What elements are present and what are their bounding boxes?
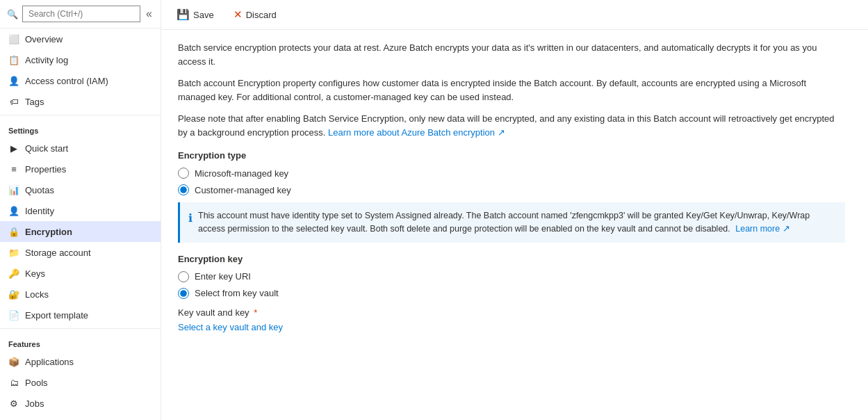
save-button[interactable]: 💾 Save bbox=[172, 6, 218, 24]
required-star: * bbox=[254, 307, 257, 318]
content-area: Batch service encryption protects your d… bbox=[161, 30, 868, 420]
sidebar-item-tags[interactable]: 🏷 Tags bbox=[0, 91, 161, 112]
enter-key-uri-option[interactable]: Enter key URI bbox=[178, 271, 851, 282]
sidebar-item-encryption[interactable]: 🔒 Encryption bbox=[0, 221, 161, 242]
sidebar-item-label: Export template bbox=[25, 310, 88, 321]
encryption-type-radio-group: Microsoft-managed key Customer-managed k… bbox=[178, 168, 851, 195]
enter-key-uri-radio[interactable] bbox=[178, 271, 189, 282]
sidebar-item-activity-log[interactable]: 📋 Activity log bbox=[0, 49, 161, 70]
sidebar-item-identity[interactable]: 👤 Identity bbox=[0, 200, 161, 221]
customer-managed-key-radio[interactable] bbox=[178, 184, 189, 195]
storage-account-icon: 📁 bbox=[8, 247, 19, 258]
sidebar-item-label: Pools bbox=[25, 378, 48, 388]
sidebar-item-label: Keys bbox=[25, 268, 45, 279]
select-key-vault-link[interactable]: Select a key vault and key bbox=[178, 322, 283, 332]
sidebar-item-label: Overview bbox=[25, 34, 63, 45]
microsoft-managed-key-option[interactable]: Microsoft-managed key bbox=[178, 168, 851, 179]
select-from-key-vault-radio[interactable] bbox=[178, 288, 189, 299]
sidebar-item-label: Activity log bbox=[25, 55, 68, 65]
sidebar-item-quotas[interactable]: 📊 Quotas bbox=[0, 179, 161, 200]
sidebar-item-overview[interactable]: ⬜ Overview bbox=[0, 29, 161, 49]
activity-log-icon: 📋 bbox=[8, 54, 19, 65]
encryption-key-radio-group: Enter key URI Select from key vault bbox=[178, 271, 851, 299]
quick-start-icon: ▶ bbox=[8, 143, 19, 154]
sidebar-item-access-control[interactable]: 👤 Access control (IAM) bbox=[0, 70, 161, 91]
toolbar: 💾 Save ✕ Discard bbox=[161, 0, 868, 30]
description-3: Please note that after enabling Batch Se… bbox=[178, 112, 845, 139]
search-bar: 🔍 « bbox=[0, 0, 161, 29]
locks-icon: 🔐 bbox=[8, 289, 19, 300]
sidebar-item-storage-account[interactable]: 📁 Storage account bbox=[0, 242, 161, 263]
tags-icon: 🏷 bbox=[8, 96, 19, 107]
enter-key-uri-label: Enter key URI bbox=[195, 271, 251, 282]
discard-button[interactable]: ✕ Discard bbox=[229, 6, 281, 24]
microsoft-managed-key-radio[interactable] bbox=[178, 168, 189, 179]
encryption-key-section-title: Encryption key bbox=[178, 254, 851, 264]
jobs-icon: ⚙ bbox=[8, 398, 19, 409]
identity-icon: 👤 bbox=[8, 205, 19, 216]
customer-managed-key-label: Customer-managed key bbox=[195, 185, 291, 195]
sidebar-item-label: Tags bbox=[25, 97, 44, 107]
search-input[interactable] bbox=[22, 6, 140, 22]
sidebar: 🔍 « ⬜ Overview 📋 Activity log 👤 Access c… bbox=[0, 0, 161, 420]
sidebar-item-locks[interactable]: 🔐 Locks bbox=[0, 284, 161, 305]
sidebar-nav: ⬜ Overview 📋 Activity log 👤 Access contr… bbox=[0, 29, 161, 420]
learn-more-link-1[interactable]: Learn more about Azure Batch encryption … bbox=[328, 127, 505, 138]
search-icon: 🔍 bbox=[7, 9, 18, 19]
sidebar-item-jobs[interactable]: ⚙ Jobs bbox=[0, 393, 161, 414]
settings-section-label: Settings bbox=[0, 118, 161, 138]
select-from-key-vault-label: Select from key vault bbox=[195, 288, 279, 298]
divider2 bbox=[0, 328, 161, 329]
overview-icon: ⬜ bbox=[8, 33, 19, 45]
sidebar-item-label: Jobs bbox=[25, 398, 44, 409]
encryption-icon: 🔒 bbox=[8, 226, 19, 237]
learn-more-link-2[interactable]: Learn more ↗ bbox=[735, 224, 789, 234]
sidebar-item-label: Quick start bbox=[25, 143, 68, 154]
access-control-icon: 👤 bbox=[8, 75, 19, 86]
sidebar-item-pools[interactable]: 🗂 Pools bbox=[0, 372, 161, 393]
customer-managed-key-option[interactable]: Customer-managed key bbox=[178, 184, 851, 195]
export-template-icon: 📄 bbox=[8, 309, 19, 321]
sidebar-item-properties[interactable]: ≡ Properties bbox=[0, 159, 161, 179]
features-section-label: Features bbox=[0, 332, 161, 351]
sidebar-item-label: Access control (IAM) bbox=[25, 76, 108, 86]
keys-icon: 🔑 bbox=[8, 268, 19, 279]
sidebar-item-keys[interactable]: 🔑 Keys bbox=[0, 263, 161, 284]
save-icon: 💾 bbox=[177, 8, 190, 21]
sidebar-item-label: Identity bbox=[25, 206, 54, 216]
encryption-type-section-title: Encryption type bbox=[178, 150, 851, 161]
sidebar-item-applications[interactable]: 📦 Applications bbox=[0, 351, 161, 372]
select-from-key-vault-option[interactable]: Select from key vault bbox=[178, 288, 851, 299]
discard-label: Discard bbox=[246, 10, 277, 20]
main-panel: 💾 Save ✕ Discard Batch service encryptio… bbox=[161, 0, 868, 420]
sidebar-item-label: Storage account bbox=[25, 248, 91, 258]
sidebar-item-export-template[interactable]: 📄 Export template bbox=[0, 305, 161, 325]
properties-icon: ≡ bbox=[8, 163, 19, 175]
key-vault-label: Key vault and key bbox=[178, 307, 249, 318]
quotas-icon: 📊 bbox=[8, 184, 19, 195]
pools-icon: 🗂 bbox=[8, 377, 19, 388]
key-vault-section: Key vault and key * Select a key vault a… bbox=[178, 307, 851, 332]
save-label: Save bbox=[193, 10, 214, 20]
info-icon: ℹ bbox=[188, 210, 193, 227]
sidebar-item-quick-start[interactable]: ▶ Quick start bbox=[0, 138, 161, 159]
divider bbox=[0, 115, 161, 115]
description-2: Batch account Encryption property config… bbox=[178, 76, 845, 104]
collapse-sidebar-button[interactable]: « bbox=[145, 8, 154, 20]
info-text: This account must have identity type set… bbox=[198, 209, 837, 236]
info-box: ℹ This account must have identity type s… bbox=[178, 202, 845, 243]
description-1: Batch service encryption protects your d… bbox=[178, 41, 845, 68]
sidebar-item-label: Quotas bbox=[25, 185, 54, 195]
discard-icon: ✕ bbox=[234, 8, 243, 21]
desc3-text: Please note that after enabling Batch Se… bbox=[178, 113, 834, 138]
applications-icon: 📦 bbox=[8, 356, 19, 367]
microsoft-managed-key-label: Microsoft-managed key bbox=[195, 168, 288, 179]
sidebar-item-label: Applications bbox=[25, 357, 74, 367]
sidebar-item-label: Encryption bbox=[25, 227, 72, 237]
sidebar-item-label: Locks bbox=[25, 289, 49, 300]
sidebar-item-label: Properties bbox=[25, 164, 66, 175]
